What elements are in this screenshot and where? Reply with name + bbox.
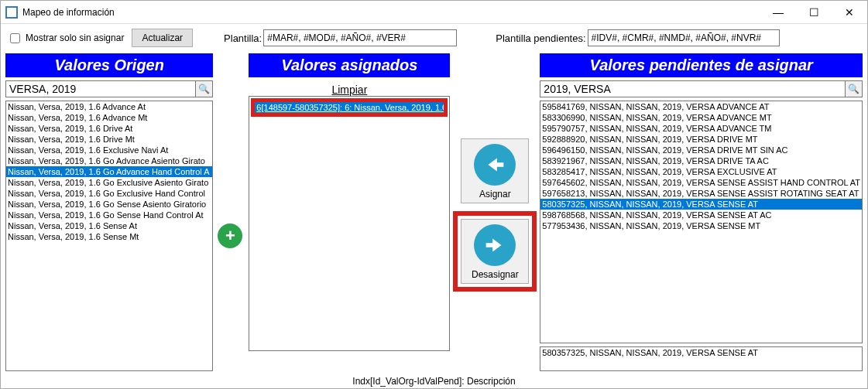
pending-header: Valores pendientes de asignar xyxy=(540,53,863,77)
mostrar-checkbox[interactable] xyxy=(10,33,20,43)
maximize-button[interactable]: ☐ xyxy=(796,1,832,24)
minimize-button[interactable]: — xyxy=(760,1,796,24)
window-title: Mapeo de información xyxy=(22,7,115,18)
plantilla-pend-label: Plantilla pendientes: xyxy=(496,32,585,44)
arrow-right-icon xyxy=(474,224,516,266)
plus-column: + xyxy=(218,53,244,248)
status-text: Indx[Id_ValOrg-IdValPend]: Descripción xyxy=(352,376,515,387)
asignar-label: Asignar xyxy=(479,189,511,200)
search-icon[interactable]: 🔍 xyxy=(846,80,863,97)
desasignar-button[interactable]: Desasignar xyxy=(461,219,529,284)
assigned-item[interactable]: 6[148597-580357325]: 6: Nissan, Versa, 2… xyxy=(255,102,444,113)
add-button[interactable]: + xyxy=(218,224,242,248)
actualizar-button[interactable]: Actualizar xyxy=(132,29,193,47)
pending-list[interactable]: 595841769, NISSAN, NISSAN, 2019, VERSA A… xyxy=(540,101,863,343)
origin-list[interactable]: Nissan, Versa, 2019, 1.6 Advance AtNissa… xyxy=(5,101,213,371)
pending-panel: Valores pendientes de asignar 🔍 59584176… xyxy=(540,53,863,371)
app-icon xyxy=(5,6,18,19)
list-item[interactable]: Nissan, Versa, 2019, 1.6 Go Exclusive Ha… xyxy=(6,188,212,199)
list-item[interactable]: 580357325, NISSAN, NISSAN, 2019, VERSA S… xyxy=(540,199,862,210)
list-item[interactable]: Nissan, Versa, 2019, 1.6 Advance Mt xyxy=(6,112,212,123)
arrow-left-icon xyxy=(474,144,516,186)
desasignar-label: Desasignar xyxy=(472,269,519,280)
plantilla-pend-group: Plantilla pendientes: xyxy=(496,29,779,46)
limpiar-link[interactable]: Limpiar xyxy=(249,84,450,96)
assigned-highlight-frame: 6[148597-580357325]: 6: Nissan, Versa, 2… xyxy=(251,98,448,117)
plantilla-input[interactable] xyxy=(263,29,457,46)
list-item[interactable]: Nissan, Versa, 2019, 1.6 Go Sense Hand C… xyxy=(6,210,212,220)
list-item[interactable]: 597645602, NISSAN, NISSAN, 2019, VERSA S… xyxy=(540,177,862,188)
status-bar: Indx[Id_ValOrg-IdValPend]: Descripción xyxy=(0,374,868,389)
list-item[interactable]: Nissan, Versa, 2019, 1.6 Exclusive Navi … xyxy=(6,145,212,155)
list-item[interactable]: 583285417, NISSAN, NISSAN, 2019, VERSA E… xyxy=(540,166,862,177)
list-item[interactable]: Nissan, Versa, 2019, 1.6 Drive Mt xyxy=(6,134,212,145)
list-item[interactable]: Nissan, Versa, 2019, 1.6 Go Sense Asient… xyxy=(6,199,212,210)
list-item[interactable]: 595790757, NISSAN, NISSAN, 2019, VERSA A… xyxy=(540,123,862,134)
list-item[interactable]: 577953436, NISSAN, NISSAN, 2019, VERSA S… xyxy=(540,220,862,231)
origin-panel: Valores Origen 🔍 Nissan, Versa, 2019, 1.… xyxy=(5,53,213,371)
title-bar: Mapeo de información — ☐ ✕ xyxy=(1,1,867,24)
list-item[interactable]: 598768568, NISSAN, NISSAN, 2019, VERSA S… xyxy=(540,210,862,220)
list-item[interactable]: Nissan, Versa, 2019, 1.6 Sense Mt xyxy=(6,231,212,242)
asignar-button[interactable]: Asignar xyxy=(461,138,529,203)
mostrar-label: Mostrar solo sin asignar xyxy=(26,32,124,43)
plus-icon: + xyxy=(225,226,235,246)
list-item[interactable]: 597658213, NISSAN, NISSAN, 2019, VERSA S… xyxy=(540,188,862,199)
desasignar-highlight-frame: Desasignar xyxy=(453,211,537,292)
mostrar-checkbox-group[interactable]: Mostrar solo sin asignar xyxy=(7,31,124,46)
pending-search-input[interactable] xyxy=(540,80,846,97)
search-icon[interactable]: 🔍 xyxy=(196,80,213,97)
plantilla-pend-input[interactable] xyxy=(588,29,780,46)
plantilla-label: Plantilla: xyxy=(224,32,262,44)
list-item[interactable]: Nissan, Versa, 2019, 1.6 Sense At xyxy=(6,220,212,231)
pending-detail-item: 580357325, NISSAN, NISSAN, 2019, VERSA S… xyxy=(540,347,862,358)
list-item[interactable]: Nissan, Versa, 2019, 1.6 Go Exclusive As… xyxy=(6,177,212,188)
origin-header: Valores Origen xyxy=(5,53,213,77)
list-item[interactable]: Nissan, Versa, 2019, 1.6 Go Advance Asie… xyxy=(6,155,212,166)
list-item[interactable]: 595841769, NISSAN, NISSAN, 2019, VERSA A… xyxy=(540,101,862,112)
main-area: Valores Origen 🔍 Nissan, Versa, 2019, 1.… xyxy=(1,52,867,371)
list-item[interactable]: 592888920, NISSAN, NISSAN, 2019, VERSA D… xyxy=(540,134,862,145)
origin-search-input[interactable] xyxy=(5,80,196,97)
assigned-header: Valores asignados xyxy=(249,53,450,77)
pending-detail-box[interactable]: 580357325, NISSAN, NISSAN, 2019, VERSA S… xyxy=(540,346,863,371)
plantilla-group: Plantilla: xyxy=(224,29,457,46)
assigned-list[interactable]: 6[148597-580357325]: 6: Nissan, Versa, 2… xyxy=(249,96,450,351)
toolbar: Mostrar solo sin asignar Actualizar Plan… xyxy=(1,24,867,52)
assigned-panel: Valores asignados Limpiar 6[148597-58035… xyxy=(249,53,450,351)
list-item[interactable]: Nissan, Versa, 2019, 1.6 Drive At xyxy=(6,123,212,134)
list-item[interactable]: 583921967, NISSAN, NISSAN, 2019, VERSA D… xyxy=(540,155,862,166)
close-button[interactable]: ✕ xyxy=(832,1,867,24)
list-item[interactable]: 583306990, NISSAN, NISSAN, 2019, VERSA A… xyxy=(540,112,862,123)
actions-column: Asignar Desasignar xyxy=(455,53,535,292)
list-item[interactable]: Nissan, Versa, 2019, 1.6 Go Advance Hand… xyxy=(6,166,212,177)
list-item[interactable]: 596496150, NISSAN, NISSAN, 2019, VERSA D… xyxy=(540,145,862,155)
list-item[interactable]: Nissan, Versa, 2019, 1.6 Advance At xyxy=(6,101,212,112)
